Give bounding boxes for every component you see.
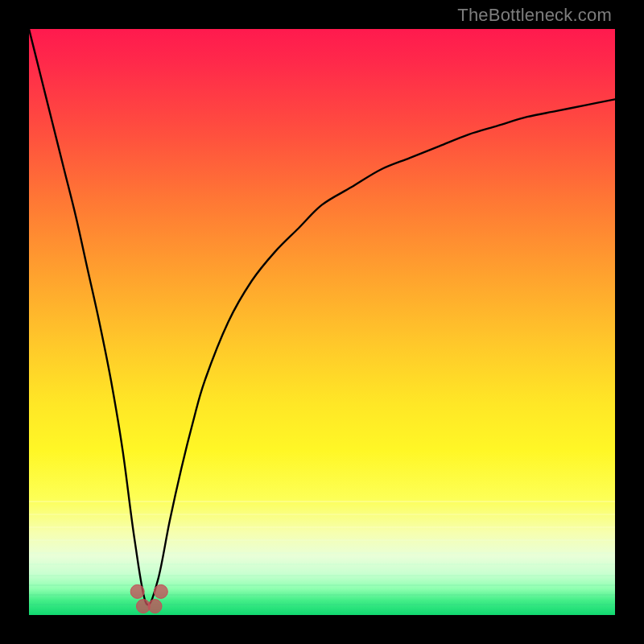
chart-svg (29, 29, 615, 615)
min-marker (154, 584, 167, 598)
plot-area (29, 29, 615, 615)
min-marker (148, 600, 162, 613)
min-marker (130, 584, 144, 598)
attribution-text: TheBottleneck.com (457, 5, 612, 26)
bottleneck-curve (29, 29, 615, 605)
marker-layer (130, 584, 167, 613)
curve-layer (29, 29, 615, 605)
chart-frame: TheBottleneck.com (0, 0, 644, 644)
